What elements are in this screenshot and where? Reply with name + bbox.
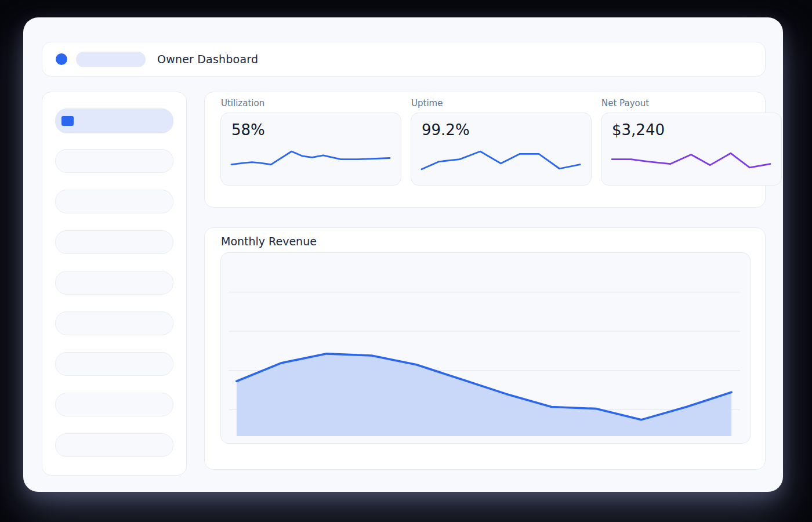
net-payout-sparkline <box>611 148 771 171</box>
stat-card: 58% <box>220 113 401 186</box>
stats-section: Utilization 58% Uptime 99.2% Net Payout … <box>204 92 766 208</box>
stat-value: $3,240 <box>612 121 665 139</box>
stat-net-payout: Net Payout $3,240 <box>601 98 782 186</box>
stat-utilization: Utilization 58% <box>220 98 401 186</box>
sidebar-item[interactable] <box>55 311 173 335</box>
sidebar-item[interactable] <box>55 190 173 213</box>
sidebar-item[interactable] <box>55 149 173 173</box>
sidebar <box>42 92 187 476</box>
brand-dot-icon <box>56 53 67 65</box>
monthly-revenue-chart <box>221 253 750 443</box>
stat-value: 58% <box>231 121 265 139</box>
active-item-marker-icon <box>61 116 74 126</box>
stats-row: Utilization 58% Uptime 99.2% Net Payout … <box>220 98 749 186</box>
sidebar-item-active[interactable] <box>55 108 173 133</box>
revenue-section: Monthly Revenue <box>204 227 766 470</box>
utilization-sparkline <box>230 148 391 171</box>
header-bar: Owner Dashboard <box>42 42 766 77</box>
sidebar-item[interactable] <box>55 230 173 254</box>
stat-label: Utilization <box>221 98 401 108</box>
app-window: Owner Dashboard Utilization 58% Uptime <box>23 17 783 492</box>
stat-uptime: Uptime 99.2% <box>411 98 592 186</box>
stat-label: Net Payout <box>601 98 782 108</box>
sidebar-item[interactable] <box>55 271 173 295</box>
stat-value: 99.2% <box>422 121 470 139</box>
stat-card: 99.2% <box>411 113 592 186</box>
sidebar-item[interactable] <box>55 352 173 376</box>
revenue-title: Monthly Revenue <box>221 235 749 248</box>
page-title: Owner Dashboard <box>157 53 258 66</box>
stat-card: $3,240 <box>601 113 782 186</box>
sidebar-item[interactable] <box>55 393 173 416</box>
uptime-sparkline <box>420 148 581 171</box>
stat-label: Uptime <box>411 98 592 108</box>
revenue-chart-card <box>220 252 751 444</box>
brand-placeholder-pill <box>76 52 146 67</box>
sidebar-item[interactable] <box>55 433 173 457</box>
